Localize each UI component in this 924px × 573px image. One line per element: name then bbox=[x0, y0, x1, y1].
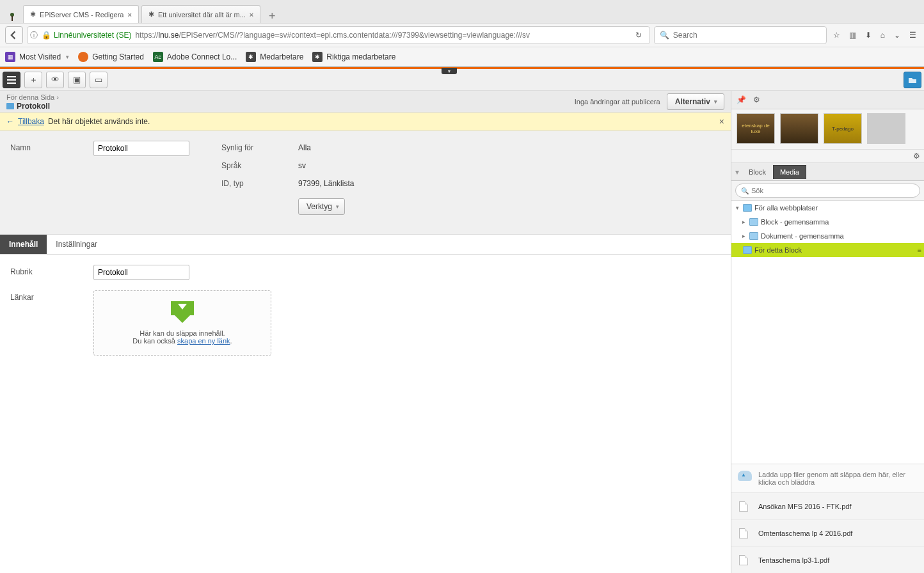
thumbnail[interactable] bbox=[780, 113, 818, 144]
address-row: ⓘ 🔒 Linnéuniversitetet (SE) https://lnu.… bbox=[0, 23, 924, 47]
thumbnail[interactable] bbox=[867, 113, 905, 144]
collapse-icon[interactable]: ▾ bbox=[734, 205, 740, 211]
bookmark-most-visited[interactable]: ▦ Most Visited ▾ bbox=[5, 52, 69, 62]
id-type-value: 97399, Länklista bbox=[298, 177, 354, 188]
bookmark-adobe-connect[interactable]: Ac Adobe Connect Lo... bbox=[153, 52, 237, 62]
links-dropzone[interactable]: Här kan du släppa innehåll. Du kan också… bbox=[93, 290, 271, 356]
top-handle-tab[interactable]: ▾ bbox=[442, 68, 457, 74]
tab-media[interactable]: Media bbox=[773, 165, 806, 179]
notice-close-icon[interactable]: × bbox=[719, 116, 724, 127]
tab-content[interactable]: Innehåll bbox=[0, 235, 47, 254]
bookmark-label: Medarbetare bbox=[260, 52, 303, 61]
tab-block[interactable]: Block bbox=[742, 165, 773, 179]
file-name: Omtentaschema lp 4 2016.pdf bbox=[758, 530, 852, 537]
downloads-icon[interactable]: ⬇ bbox=[865, 31, 872, 40]
publish-area: Inga ändringar att publicera Alternativ … bbox=[575, 93, 724, 110]
bookmark-getting-started[interactable]: Getting Started bbox=[78, 52, 144, 62]
folder-icon bbox=[743, 204, 752, 212]
tab-favicon-icon: ✱ bbox=[30, 10, 36, 19]
expand-icon[interactable]: ▸ bbox=[740, 219, 747, 225]
lock-icon: 🔒 bbox=[42, 31, 51, 40]
file-row[interactable]: Tentaschema lp3-1.pdf bbox=[731, 547, 924, 573]
tools-label: Verktyg bbox=[307, 202, 332, 211]
expand-icon[interactable]: ▸ bbox=[740, 233, 747, 239]
tab-close-icon[interactable]: × bbox=[250, 11, 253, 19]
browser-search[interactable]: 🔍 bbox=[654, 26, 827, 44]
gear-icon[interactable]: ⚙ bbox=[913, 152, 920, 161]
tools-button[interactable]: Verktyg ▾ bbox=[298, 198, 345, 215]
assets-top-bar: 📌 ⚙ bbox=[731, 91, 924, 109]
file-name: Ansökan MFS 2016 - FTK.pdf bbox=[758, 503, 852, 510]
tree-node-doc-common[interactable]: ▸ Dokument - gemensamma bbox=[731, 229, 924, 243]
responsive-button[interactable]: ▭ bbox=[90, 72, 108, 88]
svg-rect-3 bbox=[7, 79, 16, 81]
url-text: https://lnu.se/EPiServer/CMS//?language=… bbox=[135, 31, 626, 40]
tree-node-block-common[interactable]: ▸ Block - gemensamma bbox=[731, 215, 924, 229]
tree-node-for-this-block[interactable]: För detta Block ≡ bbox=[731, 243, 924, 257]
back-button[interactable] bbox=[5, 26, 23, 44]
menu-icon[interactable]: ☰ bbox=[909, 31, 916, 40]
bookmark-medarbetare[interactable]: ✱ Medarbetare bbox=[246, 52, 303, 62]
alternativ-label: Alternativ bbox=[675, 97, 710, 106]
file-row[interactable]: Ansökan MFS 2016 - FTK.pdf bbox=[731, 493, 924, 520]
folder-icon bbox=[749, 232, 758, 240]
create-link[interactable]: skapa en ny länk bbox=[177, 337, 230, 345]
add-button[interactable]: ＋ bbox=[24, 72, 42, 88]
new-tab-button[interactable]: + bbox=[263, 10, 281, 23]
tab-episerver[interactable]: ✱ EPiServer CMS - Redigera × bbox=[23, 5, 139, 23]
tree-node-all-sites[interactable]: ▾ För alla webbplatser bbox=[731, 201, 924, 215]
thumbnail[interactable]: etenskap de luxe bbox=[737, 113, 775, 144]
site-identity[interactable]: 🔒 Linnéuniversitetet (SE) bbox=[42, 31, 131, 40]
chevron-down-icon[interactable]: ▾ bbox=[735, 168, 739, 177]
visible-for-value: Alla bbox=[298, 141, 311, 152]
main-column: För denna Sida › Protokoll Inga ändringa… bbox=[0, 91, 731, 573]
name-label: Namn bbox=[10, 141, 93, 152]
reload-button[interactable]: ↻ bbox=[630, 31, 647, 40]
tab-settings[interactable]: Inställningar bbox=[47, 235, 106, 254]
asset-search-input[interactable] bbox=[751, 187, 914, 194]
edit-tabs: Innehåll Inställningar bbox=[0, 235, 731, 255]
sidebar-icon[interactable]: ▥ bbox=[849, 31, 856, 40]
search-field-wrap[interactable]: 🔍 bbox=[735, 184, 920, 198]
search-icon: 🔍 bbox=[660, 31, 669, 40]
back-link[interactable]: Tillbaka bbox=[18, 117, 44, 126]
thumbnail[interactable]: T-pedago bbox=[824, 113, 862, 144]
tab-close-icon[interactable]: × bbox=[127, 11, 131, 19]
folder-icon: ▦ bbox=[5, 52, 15, 62]
file-name: Tentaschema lp3-1.pdf bbox=[758, 556, 829, 564]
document-icon bbox=[739, 555, 748, 565]
gear-icon[interactable]: ⚙ bbox=[751, 94, 762, 106]
pin-icon[interactable]: 📌 bbox=[735, 94, 747, 106]
visible-for-label: Synlig för bbox=[221, 141, 298, 152]
browser-search-input[interactable] bbox=[673, 31, 821, 40]
nav-tree-toggle[interactable] bbox=[3, 72, 20, 88]
info-icon[interactable]: ⓘ bbox=[30, 30, 38, 41]
pocket-icon[interactable]: ⌄ bbox=[894, 31, 900, 40]
preview-button[interactable]: 👁 bbox=[46, 72, 64, 88]
epi-toolbar: ＋ 👁 ▣ ▭ bbox=[0, 69, 924, 91]
upload-hint[interactable]: Ladda upp filer genom att släppa dem här… bbox=[731, 464, 924, 493]
browser-chrome: ✱ EPiServer CMS - Redigera × ✱ Ett unive… bbox=[0, 0, 924, 67]
block-icon bbox=[6, 103, 14, 109]
compare-button[interactable]: ▣ bbox=[68, 72, 86, 88]
alternativ-button[interactable]: Alternativ ▾ bbox=[667, 93, 724, 110]
assets-panel: 📌 ⚙ etenskap de luxe T-pedago ⚙ ▾ Block … bbox=[731, 91, 924, 573]
name-input[interactable] bbox=[93, 141, 189, 156]
tab-favicon-icon: ✱ bbox=[148, 10, 154, 19]
bookmark-star-icon[interactable]: ☆ bbox=[833, 31, 840, 40]
file-list: Ansökan MFS 2016 - FTK.pdf Omtentaschema… bbox=[731, 493, 924, 573]
home-icon[interactable]: ⌂ bbox=[880, 31, 885, 40]
publish-status: Inga ändringar att publicera bbox=[575, 98, 660, 106]
properties-pane: Namn Synlig för Alla Språk sv ID, typ bbox=[0, 130, 731, 235]
rubrik-input[interactable] bbox=[93, 265, 189, 280]
tab-university[interactable]: ✱ Ett universitet där allt är m... × bbox=[141, 5, 260, 23]
bookmark-riktiga-medarbetare[interactable]: ✱ Riktiga medarbetare bbox=[312, 52, 395, 62]
address-bar[interactable]: ⓘ 🔒 Linnéuniversitetet (SE) https://lnu.… bbox=[27, 26, 650, 44]
dropzone-line1: Här kan du släppa innehåll. bbox=[100, 329, 264, 337]
file-row[interactable]: Omtentaschema lp 4 2016.pdf bbox=[731, 520, 924, 547]
breadcrumb: För denna Sida › Protokoll bbox=[6, 93, 59, 111]
assets-toggle[interactable] bbox=[904, 72, 921, 88]
context-menu-icon[interactable]: ≡ bbox=[918, 246, 921, 254]
document-icon bbox=[739, 501, 748, 512]
document-icon bbox=[739, 528, 748, 538]
